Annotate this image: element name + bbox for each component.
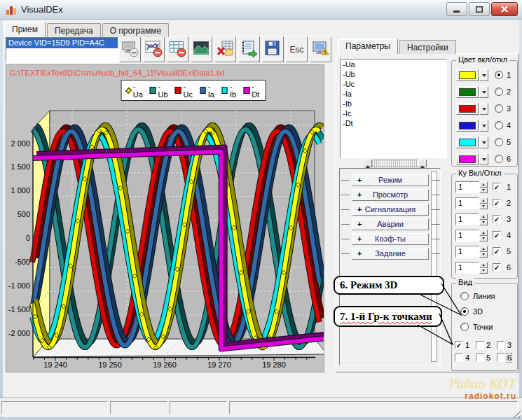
gain-spinbox-6[interactable]: 1 <box>455 262 479 274</box>
chart-3d-plot[interactable]: 2 0001 5001 0005000-500-1 000-1 500-2 00… <box>6 65 324 372</box>
close-button[interactable] <box>491 2 518 16</box>
spin-down-button[interactable] <box>479 220 488 226</box>
view-radio-2[interactable] <box>460 307 469 316</box>
color-swatch-button-3[interactable] <box>456 103 479 115</box>
right-tab-0[interactable]: Параметры <box>338 38 398 54</box>
spin-down-button[interactable] <box>479 252 488 258</box>
menu-button-3[interactable]: +Сигнализация <box>352 204 429 216</box>
parameter-list-item[interactable]: -Uc <box>341 79 446 89</box>
spin-down-button[interactable] <box>479 188 488 194</box>
menu-button-5[interactable]: +Коэф-ты <box>352 233 429 245</box>
color-radio-6[interactable] <box>495 155 503 163</box>
gain-group: Ку Вкл/Откл 1 ✓ 11 ✓ 21 ✓ 31 ✓ 41 ✓ <box>451 174 518 279</box>
device-list-item[interactable]: Device VID=15D9 PID=A4C <box>6 38 118 48</box>
channel-checkbox-5[interactable]: ✓ <box>493 247 501 255</box>
minimize-button[interactable] <box>446 2 467 16</box>
spin-down-button[interactable] <box>479 268 488 274</box>
tick-dash <box>341 195 350 195</box>
gain-spinbox-2[interactable]: 1 <box>455 197 479 209</box>
title-bar[interactable]: VisualDEx <box>0 0 522 20</box>
color-radio-5[interactable] <box>495 138 503 146</box>
legend-square-marker <box>221 87 228 94</box>
parameter-list-item[interactable]: -Ic <box>341 108 446 118</box>
color-swatch-button-1[interactable] <box>456 69 479 81</box>
color-swatch-button-6[interactable] <box>456 153 479 165</box>
parameter-scrollbar[interactable] <box>364 160 427 167</box>
maximize-button[interactable] <box>469 2 490 16</box>
view-radio-3[interactable] <box>460 323 469 331</box>
color-dropdown-button-1[interactable] <box>479 69 488 81</box>
color-dropdown-button-3[interactable] <box>479 103 488 115</box>
gain-spinbox-3[interactable]: 1 <box>455 214 479 225</box>
parameter-list-item[interactable]: -Ub <box>341 69 446 79</box>
export-data-button[interactable] <box>238 36 260 62</box>
clear-table-button[interactable] <box>167 36 188 62</box>
status-panel-3 <box>170 401 227 414</box>
spin-up-button[interactable] <box>479 262 488 268</box>
graph-checkbox-2[interactable] <box>476 341 484 349</box>
graph-checkbox-6[interactable] <box>497 354 505 362</box>
right-tab-1[interactable]: Настройки <box>399 40 456 54</box>
device-list[interactable]: Device VID=15D9 PID=A4C <box>6 37 118 63</box>
graph-view-button[interactable] <box>191 36 212 62</box>
channel-checkbox-6[interactable]: ✓ <box>493 263 501 272</box>
color-radio-2[interactable] <box>495 88 503 96</box>
menu-button-1[interactable]: +Режим <box>352 174 429 186</box>
main-tab-1[interactable]: Передача <box>47 23 101 37</box>
spin-up-button[interactable] <box>479 197 488 204</box>
gain-spinbox-1[interactable]: 1 <box>455 181 479 193</box>
graph-checkbox-4[interactable] <box>455 354 463 362</box>
graph-checkbox-5[interactable] <box>476 354 484 362</box>
callout-points-mode-text: 7. 1-й Гр-к точками <box>340 311 432 323</box>
color-swatch-button-4[interactable] <box>456 120 479 132</box>
gain-spinbox-5[interactable]: 1 <box>455 246 479 258</box>
parameter-list-item[interactable]: -Dt <box>341 118 446 128</box>
delete-table-button[interactable] <box>214 36 236 62</box>
spin-up-button[interactable] <box>479 230 488 236</box>
parameter-list[interactable]: -Ua-Ub-Uc-Ia-Ib-Ic-Dt <box>340 59 447 158</box>
expand-icon: + <box>357 190 362 200</box>
color-dropdown-button-4[interactable] <box>479 120 488 132</box>
graph-checkbox-1[interactable]: ✓ <box>455 341 463 349</box>
scrollbar-track[interactable] <box>372 160 418 167</box>
menu-button-4[interactable]: +Аварии <box>352 218 429 230</box>
device-warning-button[interactable] <box>310 36 331 62</box>
gain-spinbox-4[interactable]: 1 <box>455 230 479 241</box>
color-radio-4[interactable] <box>495 121 503 130</box>
clear-graph-button[interactable] <box>143 36 165 62</box>
disconnect-device-button[interactable] <box>119 36 141 62</box>
color-dropdown-button-6[interactable] <box>479 153 488 165</box>
parameter-list-item[interactable]: -Ib <box>341 99 446 108</box>
spin-down-button[interactable] <box>479 236 488 242</box>
main-tab-0[interactable]: Прием <box>4 22 46 37</box>
spin-up-button[interactable] <box>479 181 488 188</box>
color-dropdown-button-5[interactable] <box>479 136 488 148</box>
spin-up-button[interactable] <box>479 246 488 252</box>
view-radio-1[interactable] <box>460 292 469 300</box>
spin-up-button[interactable] <box>479 214 488 220</box>
menu-button-6[interactable]: +Задание <box>352 248 429 260</box>
scroll-right-button[interactable] <box>418 160 427 167</box>
graph-checkbox-3[interactable] <box>497 341 505 349</box>
color-radio-3[interactable] <box>495 104 503 113</box>
color-swatch-button-5[interactable] <box>456 136 479 148</box>
svg-text:-1 500: -1 500 <box>8 305 30 314</box>
application-window: VisualDEx ПриемПередачаО программе Devic… <box>0 0 522 420</box>
channel-checkbox-3[interactable]: ✓ <box>493 215 501 223</box>
scroll-left-button[interactable] <box>364 160 372 167</box>
channel-checkbox-4[interactable]: ✓ <box>493 231 501 239</box>
parameter-list-item[interactable]: -Ua <box>341 59 446 69</box>
tick-dash <box>341 224 350 225</box>
menu-button-2[interactable]: +Просмотр <box>352 189 429 201</box>
color-radio-1[interactable] <box>495 71 503 79</box>
parameter-list-item[interactable]: -Ia <box>341 89 446 99</box>
color-dropdown-button-2[interactable] <box>479 86 488 98</box>
spin-down-button[interactable] <box>479 204 488 210</box>
main-tab-2[interactable]: О программе <box>102 23 169 37</box>
save-button[interactable] <box>262 36 284 62</box>
channel-checkbox-1[interactable]: ✓ <box>493 183 501 191</box>
esc-button[interactable]: Esc <box>286 36 308 62</box>
color-swatch-button-2[interactable] <box>456 86 479 98</box>
menu-scrollbar[interactable] <box>431 172 437 362</box>
channel-checkbox-2[interactable]: ✓ <box>493 199 501 207</box>
